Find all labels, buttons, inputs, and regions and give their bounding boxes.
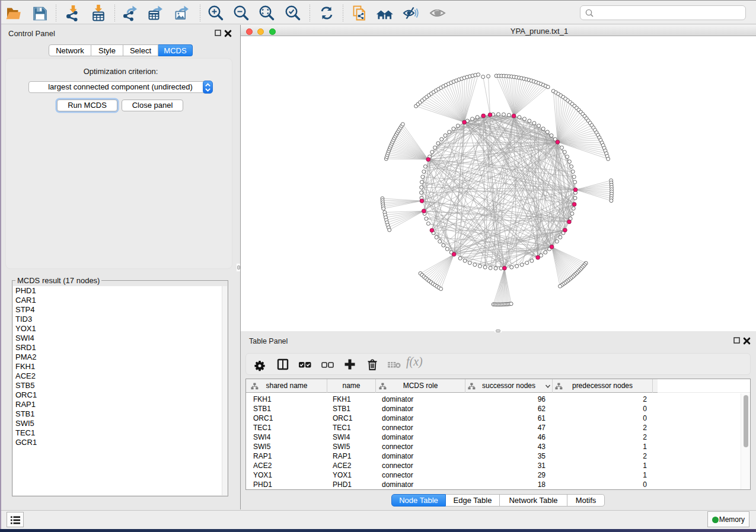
- svg-text:f(x): f(x): [406, 355, 423, 368]
